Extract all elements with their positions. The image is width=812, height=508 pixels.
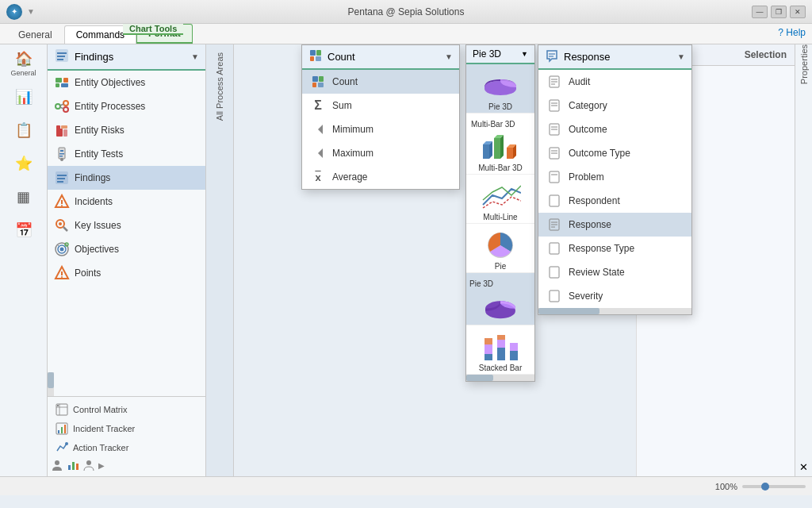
action-tracker-icon [56, 441, 68, 454]
svg-point-48 [55, 460, 59, 465]
svg-rect-56 [316, 56, 321, 61]
findings-dropdown-header[interactable]: Findings ▼ [48, 44, 205, 71]
sidebar-icon-calendar[interactable]: 📅 [5, 214, 43, 246]
nav-items-list: Entity Objectives Entity [48, 71, 205, 372]
help-button[interactable]: ? Help [778, 27, 806, 38]
nav-item-incidents[interactable]: Incidents [48, 190, 205, 214]
nav-item-entity-tests[interactable]: Entity Tests [48, 142, 205, 166]
chart-scrollbar[interactable] [466, 375, 534, 381]
sidebar-icon-grid[interactable]: ▦ [5, 181, 43, 213]
count-dropdown: Count ▼ Count [301, 44, 460, 190]
multi-bar-3d-label: Multi-Bar 3D [469, 118, 517, 130]
response-item-category[interactable]: Category [538, 94, 691, 117]
nav-item-key-issues[interactable]: Key Issues [48, 214, 205, 237]
svg-rect-6 [61, 83, 68, 87]
response-icon [546, 217, 562, 233]
severity-icon [546, 288, 562, 304]
problem-icon [546, 169, 562, 185]
entity-tests-label: Entity Tests [75, 148, 123, 160]
properties-close-icon[interactable]: ✕ [799, 461, 808, 473]
response-item-response[interactable]: Response [538, 213, 691, 237]
entity-processes-icon [54, 98, 70, 114]
chart-item-pie3d[interactable]: Pie 3D [466, 273, 534, 325]
response-item-outcome-type[interactable]: Outcome Type [538, 141, 691, 165]
chart-item-multi-bar-3d[interactable]: Multi-Bar 3D [466, 114, 534, 175]
minimize-button[interactable]: — [752, 6, 768, 18]
svg-rect-3 [57, 59, 63, 60]
svg-marker-66 [489, 141, 492, 159]
nav-item-entity-objectives[interactable]: Entity Objectives [48, 71, 205, 94]
response-item-respondent[interactable]: Respondent [538, 189, 691, 213]
category-icon [546, 98, 562, 114]
svg-line-12 [60, 107, 63, 109]
sidebar-icon-table[interactable]: 📋 [5, 114, 43, 146]
sidebar-icon-label-general: General [10, 69, 36, 77]
tab-general[interactable]: General [6, 25, 64, 44]
sidebar-icon-chart[interactable]: 📊 [5, 81, 43, 113]
svg-rect-77 [485, 338, 492, 344]
svg-rect-4 [56, 78, 62, 83]
bottom-nav-control-matrix[interactable]: Control Matrix [51, 400, 202, 419]
sidebar-icon-star[interactable]: ⭐ [5, 148, 43, 179]
response-dropdown-header[interactable]: Response ▼ [538, 45, 691, 70]
maximize-button[interactable]: ❐ [771, 6, 787, 18]
app-logo [6, 4, 22, 20]
bottom-nav-incident-tracker[interactable]: Incident Tracker [51, 419, 202, 438]
calendar-icon: 📅 [15, 221, 33, 239]
svg-rect-106 [550, 267, 559, 278]
bottom-nav-action-tracker[interactable]: Action Tracker [51, 438, 202, 457]
nav-scrollbar[interactable] [48, 372, 54, 396]
response-item-severity[interactable]: Severity [538, 284, 691, 308]
respondent-label: Respondent [569, 195, 620, 206]
ribbon-tabs: Chart Tools General Commands Format ? He… [0, 24, 812, 44]
chart-item-multi-line[interactable]: Multi-Line [466, 175, 534, 224]
severity-label: Severity [569, 291, 603, 302]
nav-item-objectives[interactable]: Objectives [48, 237, 205, 261]
count-item-average[interactable]: x Average [302, 165, 459, 189]
pie3d-label-top: Pie 3D [469, 278, 493, 290]
svg-point-38 [61, 276, 63, 278]
audit-icon [546, 74, 562, 90]
chart-small-icon [67, 459, 79, 471]
action-tracker-label: Action Tracker [73, 443, 128, 452]
zoom-label: 100% [715, 482, 737, 491]
svg-rect-23 [57, 175, 67, 176]
response-header-icon [545, 48, 559, 65]
zoom-slider[interactable] [742, 485, 806, 488]
count-dropdown-header[interactable]: Count ▼ [302, 45, 459, 70]
sidebar-icon-general[interactable]: 🏠 General [5, 48, 43, 79]
response-type-icon [546, 241, 562, 256]
findings-dropdown-content: Findings [54, 48, 113, 66]
svg-rect-13 [56, 129, 63, 137]
count-item-minimum[interactable]: Mimimum [302, 117, 459, 141]
response-item-problem[interactable]: Problem [538, 165, 691, 189]
response-item-review-state[interactable]: Review State [538, 260, 691, 284]
minimum-icon [310, 121, 326, 137]
svg-line-11 [60, 104, 63, 106]
sum-icon: Σ [310, 98, 326, 114]
all-process-areas-label[interactable]: All Process Areas [215, 44, 224, 129]
nav-item-entity-risks[interactable]: Entity Risks [48, 118, 205, 142]
count-item-count[interactable]: Count [302, 70, 459, 94]
stacked-bar-label: Stacked Bar [479, 364, 522, 372]
svg-rect-57 [312, 76, 318, 82]
chart-item-pie[interactable]: Pie [466, 224, 534, 273]
nav-item-entity-processes[interactable]: Entity Processes [48, 94, 205, 118]
properties-label: Properties [799, 44, 809, 92]
response-item-audit[interactable]: Audit [538, 70, 691, 94]
nav-item-findings[interactable]: Findings [48, 166, 205, 190]
chart-item-stacked-bar[interactable]: Stacked Bar [466, 325, 534, 375]
count-item-maximum[interactable]: Maximum [302, 141, 459, 165]
close-button[interactable]: ✕ [790, 6, 806, 18]
chart-item-pie3d-top[interactable]: Pie 3D [466, 64, 534, 114]
response-item-response-type[interactable]: Response Type [538, 237, 691, 260]
user-icon [82, 459, 95, 471]
nav-item-points[interactable]: Points [48, 261, 205, 285]
pie3d-thumb [480, 290, 521, 323]
multi-line-label: Multi-Line [483, 213, 517, 221]
chart-type-header[interactable]: Pie 3D ▼ [466, 45, 534, 64]
count-item-average-label: Average [332, 171, 367, 183]
response-item-outcome[interactable]: Outcome [538, 117, 691, 141]
count-item-sum[interactable]: Σ Sum [302, 94, 459, 117]
response-scrollbar[interactable] [538, 308, 691, 314]
